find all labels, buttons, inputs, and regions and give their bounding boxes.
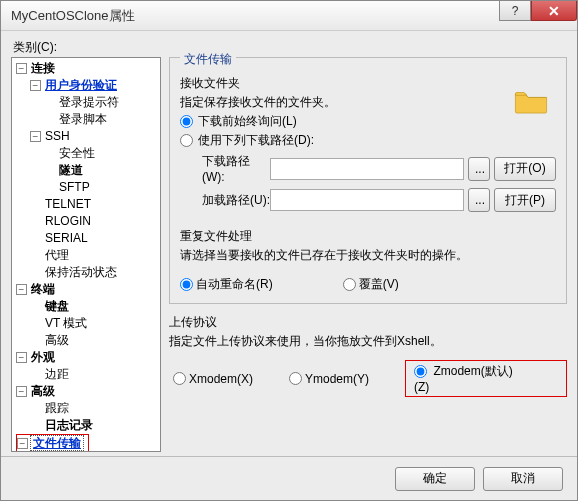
tree-keepalive[interactable]: 保持活动状态 bbox=[30, 264, 160, 281]
folder-icon bbox=[514, 88, 548, 114]
dup-desc: 请选择当要接收的文件已存在于接收文件夹时的操作。 bbox=[180, 247, 556, 264]
radio-overwrite[interactable] bbox=[343, 278, 356, 291]
tree-margin[interactable]: 边距 bbox=[30, 366, 160, 383]
browse-load-button[interactable]: ... bbox=[468, 188, 490, 212]
dialog-footer: 确定 取消 bbox=[1, 456, 577, 500]
zmodem-highlight: Zmodem(默认)(Z) bbox=[405, 360, 567, 397]
tree-serial[interactable]: SERIAL bbox=[30, 230, 160, 247]
radio-auto-rename-label[interactable]: 自动重命名(R) bbox=[196, 276, 273, 293]
tree-ssh[interactable]: −SSH 安全性 隧道 SFTP bbox=[30, 128, 160, 196]
radio-always-ask-label[interactable]: 下载前始终询问(L) bbox=[198, 113, 297, 130]
group-title: 文件传输 bbox=[180, 51, 236, 68]
tree-terminal[interactable]: −终端 键盘 VT 模式 高级 bbox=[16, 281, 160, 349]
properties-dialog: MyCentOSClone属性 ? ✕ 类别(C): −连接 −用户身份验证 登… bbox=[0, 0, 578, 501]
category-tree[interactable]: −连接 −用户身份验证 登录提示符 登录脚本 −SSH 安全性 bbox=[11, 57, 161, 452]
radio-always-ask[interactable] bbox=[180, 115, 193, 128]
open-download-button[interactable]: 打开(O) bbox=[494, 157, 556, 181]
open-load-button[interactable]: 打开(P) bbox=[494, 188, 556, 212]
upload-desc: 指定文件上传协议来使用，当你拖放文件到Xshell。 bbox=[169, 333, 567, 350]
tree-security[interactable]: 安全性 bbox=[44, 145, 160, 162]
radio-overwrite-label[interactable]: 覆盖(V) bbox=[359, 276, 399, 293]
close-button[interactable]: ✕ bbox=[531, 1, 577, 21]
file-transfer-group: 文件传输 接收文件夹 指定保存接收文件的文件夹。 下载前始终询问(L) 使用下列… bbox=[169, 57, 567, 304]
titlebar: MyCentOSClone属性 ? ✕ bbox=[1, 1, 577, 31]
tree-advanced1[interactable]: 高级 bbox=[30, 332, 160, 349]
help-button[interactable]: ? bbox=[499, 1, 531, 21]
tree-connection[interactable]: −连接 −用户身份验证 登录提示符 登录脚本 −SSH 安全性 bbox=[16, 60, 160, 281]
tree-vtmode[interactable]: VT 模式 bbox=[30, 315, 160, 332]
tree-rlogin[interactable]: RLOGIN bbox=[30, 213, 160, 230]
load-path-input[interactable] bbox=[270, 189, 464, 211]
radio-zmodem[interactable] bbox=[414, 365, 427, 378]
tree-login-prompt[interactable]: 登录提示符 bbox=[44, 94, 160, 111]
window-title: MyCentOSClone属性 bbox=[11, 7, 135, 25]
upload-protocol-section: 上传协议 指定文件上传协议来使用，当你拖放文件到Xshell。 Xmodem(X… bbox=[169, 314, 567, 397]
tree-advanced2[interactable]: −高级 跟踪 日志记录 bbox=[16, 383, 160, 434]
tree-telnet[interactable]: TELNET bbox=[30, 196, 160, 213]
radio-use-path-label[interactable]: 使用下列下载路径(D): bbox=[198, 132, 314, 149]
radio-auto-rename[interactable] bbox=[180, 278, 193, 291]
radio-xmodem[interactable] bbox=[173, 372, 186, 385]
tree-sftp[interactable]: SFTP bbox=[44, 179, 160, 196]
radio-ymodem-label[interactable]: Ymodem(Y) bbox=[305, 372, 369, 386]
tree-proxy[interactable]: 代理 bbox=[30, 247, 160, 264]
settings-panel: 文件传输 接收文件夹 指定保存接收文件的文件夹。 下载前始终询问(L) 使用下列… bbox=[169, 57, 567, 452]
tree-appearance[interactable]: −外观 边距 bbox=[16, 349, 160, 383]
dup-title: 重复文件处理 bbox=[180, 228, 556, 245]
recv-folder-label: 接收文件夹 bbox=[180, 75, 556, 92]
radio-xmodem-label[interactable]: Xmodem(X) bbox=[189, 372, 253, 386]
tree-trace[interactable]: 跟踪 bbox=[30, 400, 160, 417]
download-path-input[interactable] bbox=[270, 158, 464, 180]
ok-button[interactable]: 确定 bbox=[395, 467, 475, 491]
recv-folder-desc: 指定保存接收文件的文件夹。 bbox=[180, 94, 556, 111]
tree-file-transfer[interactable]: −文件传输 bbox=[16, 434, 89, 452]
cancel-button[interactable]: 取消 bbox=[483, 467, 563, 491]
tree-user-auth[interactable]: −用户身份验证 登录提示符 登录脚本 bbox=[30, 77, 160, 128]
radio-zmodem-label[interactable]: Zmodem(默认)(Z) bbox=[414, 364, 513, 394]
upload-title: 上传协议 bbox=[169, 314, 567, 331]
tree-log[interactable]: 日志记录 bbox=[30, 417, 160, 434]
radio-use-path[interactable] bbox=[180, 134, 193, 147]
load-path-label: 加载路径(U): bbox=[180, 192, 270, 209]
category-label: 类别(C): bbox=[13, 39, 569, 56]
radio-ymodem[interactable] bbox=[289, 372, 302, 385]
tree-keyboard[interactable]: 键盘 bbox=[30, 298, 160, 315]
download-path-label: 下载路径(W): bbox=[180, 153, 270, 184]
tree-tunnel[interactable]: 隧道 bbox=[44, 162, 160, 179]
browse-download-button[interactable]: ... bbox=[468, 157, 490, 181]
tree-login-script[interactable]: 登录脚本 bbox=[44, 111, 160, 128]
